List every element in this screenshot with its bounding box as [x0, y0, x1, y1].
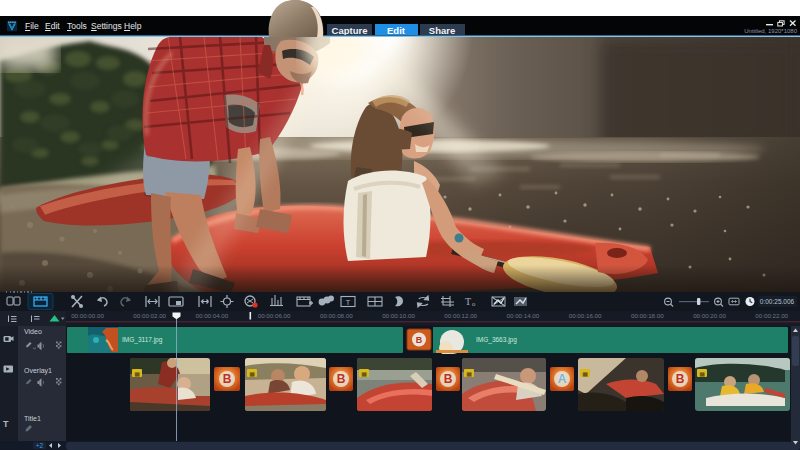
svg-text:B: B — [416, 335, 423, 345]
svg-text:B: B — [337, 372, 346, 386]
svg-text:0:00:25.006: 0:00:25.006 — [760, 298, 795, 305]
svg-text:▦: ▦ — [582, 370, 588, 376]
svg-text:▦: ▦ — [361, 370, 367, 376]
svg-text:▦: ▦ — [699, 370, 705, 376]
svg-text:B: B — [676, 372, 685, 386]
svg-text:00:00:16.00: 00:00:16.00 — [569, 312, 602, 319]
svg-text:00:00:20.00: 00:00:20.00 — [693, 312, 726, 319]
svg-text:T: T — [3, 419, 9, 429]
svg-text:00:00:04.00: 00:00:04.00 — [196, 312, 229, 319]
svg-text:B: B — [223, 372, 232, 386]
svg-text:T: T — [346, 298, 351, 307]
svg-text:00:00:22.00: 00:00:22.00 — [755, 312, 788, 319]
svg-text:IMG_3117.jpg: IMG_3117.jpg — [122, 336, 163, 344]
svg-text:00:00:12.00: 00:00:12.00 — [444, 312, 477, 319]
svg-text:▦: ▦ — [249, 370, 255, 376]
svg-text:00:00:08.00: 00:00:08.00 — [320, 312, 353, 319]
svg-text:o: o — [472, 301, 476, 307]
svg-text:00:00:02.00: 00:00:02.00 — [133, 312, 166, 319]
svg-text:▦: ▦ — [466, 370, 472, 376]
svg-text:00:00:14.00: 00:00:14.00 — [507, 312, 540, 319]
svg-text:B: B — [444, 372, 453, 386]
svg-text:00:00:10.00: 00:00:10.00 — [382, 312, 415, 319]
svg-text:IMG_3663.jpg: IMG_3663.jpg — [476, 336, 517, 344]
svg-text:00:00:06.00: 00:00:06.00 — [258, 312, 291, 319]
svg-text:00:00:18.00: 00:00:18.00 — [631, 312, 664, 319]
svg-text:T: T — [465, 296, 471, 307]
svg-text:+2: +2 — [36, 442, 44, 449]
svg-text:A: A — [558, 372, 567, 386]
svg-text:00:00:00.00: 00:00:00.00 — [71, 312, 104, 319]
svg-text:▦: ▦ — [134, 370, 140, 376]
